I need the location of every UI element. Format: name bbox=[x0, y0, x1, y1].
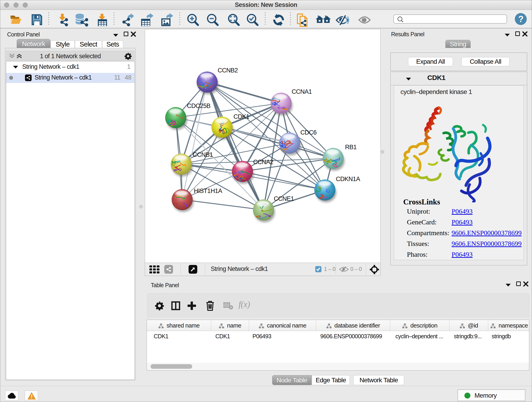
svg-text:CDK1: CDK1 bbox=[234, 113, 249, 120]
svg-text:CCNE1: CCNE1 bbox=[274, 195, 294, 202]
svg-text:CDC25B: CDC25B bbox=[187, 102, 210, 109]
svg-text:RB1: RB1 bbox=[345, 144, 356, 151]
svg-text:CCNB1: CCNB1 bbox=[193, 151, 213, 158]
svg-text:CCNA2: CCNA2 bbox=[253, 159, 273, 166]
svg-text:CDKN1A: CDKN1A bbox=[336, 176, 360, 182]
svg-text:CDC6: CDC6 bbox=[300, 129, 317, 136]
svg-text:?: ? bbox=[518, 14, 523, 24]
svg-text:HIST1H1A: HIST1H1A bbox=[194, 187, 222, 194]
svg-text:CCNA1: CCNA1 bbox=[292, 88, 312, 95]
svg-text:CCNB2: CCNB2 bbox=[218, 67, 238, 74]
